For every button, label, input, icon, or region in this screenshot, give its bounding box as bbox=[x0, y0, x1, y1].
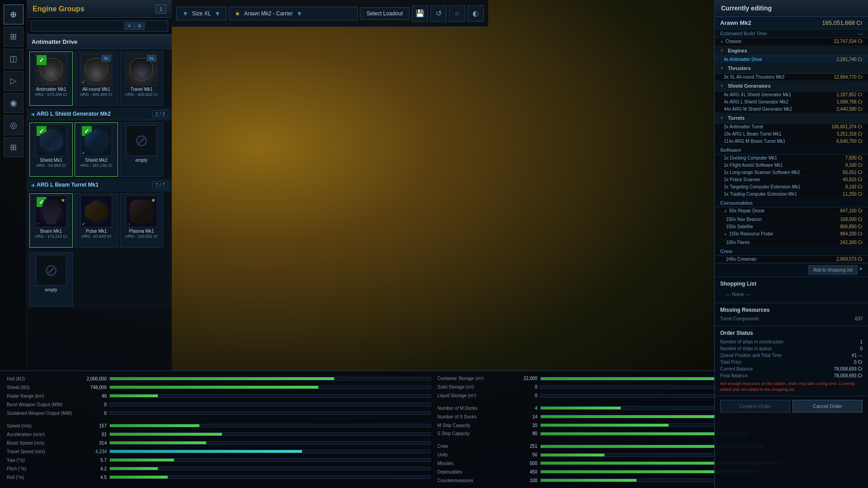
stat-label: Countermeasures bbox=[438, 478, 510, 483]
shield-empty-name: empty bbox=[135, 158, 147, 163]
stat-value: 251 bbox=[513, 444, 538, 449]
stat-row: Roll (°/s)4.5 bbox=[7, 473, 431, 481]
item-card-travel-mk1[interactable]: XL Travel Mk1 ARG - 420,610 Cr bbox=[120, 52, 163, 106]
add-shopping-btn[interactable]: Add to shopping list bbox=[808, 265, 858, 275]
plasma-mk1-name: Plasma Mk1 bbox=[129, 229, 154, 234]
shopping-expand-icon[interactable]: ▸ bbox=[860, 265, 863, 275]
stat-label: Acceleration (m/s²) bbox=[7, 432, 79, 437]
stat-label: Units bbox=[438, 452, 510, 457]
order-value-6: 78,058,693 Cr bbox=[834, 373, 863, 378]
pulse-mk1-img: ↙ ··· bbox=[80, 196, 112, 227]
pulse-mk1-name: Pulse Mk1 bbox=[86, 229, 107, 234]
pulse-mk1-price: ARG - 67,633 Cr bbox=[81, 234, 111, 239]
turrets-toggle[interactable]: + Turrets bbox=[715, 113, 868, 123]
item-card-allround-mk1[interactable]: XL ↙ All-round Mk1 ARG - 400,455 Cr bbox=[75, 52, 118, 106]
stat-bar-fill bbox=[110, 459, 174, 461]
shields-item-2: 4x ARG L Shield Generator Mk2 1,068,768 … bbox=[715, 99, 868, 106]
stat-row: Acceleration (m/s²)61 bbox=[7, 430, 431, 438]
size-dropdown[interactable]: ▼ Size XL ▼ bbox=[176, 7, 226, 20]
turrets-item-2-name: 19x ARG L Beam Turret Mk1 bbox=[724, 131, 781, 136]
beam-turret-group-header[interactable]: ◀ ARG L Beam Turret Mk1 7 / 7 bbox=[27, 179, 172, 191]
star-badge-beam: ★ bbox=[61, 197, 66, 203]
search-clear-btn[interactable]: ✕ bbox=[124, 22, 134, 30]
order-status-6: Final Balance 78,058,693 Cr bbox=[720, 372, 863, 379]
settings-icon-btn[interactable]: ◐ bbox=[467, 5, 484, 22]
shield-generator-title: ARG L Shield Generator Mk2 bbox=[37, 111, 152, 117]
build-time-value: --- bbox=[858, 31, 863, 36]
stat-label: Number of S Docks bbox=[438, 414, 510, 419]
sidebar-icon-circle[interactable]: ◉ bbox=[4, 93, 24, 113]
item-card-antimatter-mk1[interactable]: ✓ Antimatter Mk1 ARG - 570,435 Cr bbox=[29, 52, 73, 106]
arrow-badge-shield: ↙ bbox=[82, 150, 85, 155]
search-input[interactable] bbox=[34, 23, 124, 29]
sidebar-icon-grid[interactable]: ⊞ bbox=[4, 137, 24, 157]
ship-dropdown-arrow: ▼ bbox=[296, 10, 302, 17]
shields-plus-icon: + bbox=[720, 83, 723, 89]
confirm-order-btn[interactable]: Confirm Order bbox=[720, 400, 790, 413]
stat-bar-fill bbox=[110, 476, 168, 479]
order-label-4: Total Price bbox=[720, 360, 741, 365]
stat-label: Deployables bbox=[438, 469, 510, 474]
cons-item-4-name: 150x Resource Probe bbox=[729, 231, 840, 238]
order-status-3: Queue Position and Total Time #1 --- bbox=[720, 352, 863, 359]
xl-badge-1: XL bbox=[102, 55, 111, 61]
sw-item-2: 1x Flight Assist Software Mk1 9,100 Cr bbox=[715, 162, 868, 169]
right-panel: Currently editing Arawn Mk2 165,051,668 … bbox=[714, 0, 868, 488]
allround-mk1-name: All-round Mk1 bbox=[82, 87, 110, 92]
stat-value: 22,000 bbox=[513, 376, 538, 381]
order-status-1: Number of ships in construction 1 bbox=[720, 338, 863, 345]
item-card-shield-mk2[interactable]: ✓ ↙ Shield Mk2 ARG - 267,192 Cr bbox=[75, 122, 118, 177]
sidebar-icon-layers[interactable]: ◫ bbox=[4, 49, 24, 69]
reload-icon-btn[interactable]: ↺ bbox=[430, 5, 447, 22]
item-card-shield-mk1[interactable]: ✓ Shield Mk1 ARG - 54,963 Cr bbox=[29, 122, 73, 177]
sidebar-icon-crosshair[interactable]: ⊕ bbox=[4, 5, 24, 24]
thrusters-item-1-name: 3x XL All-round Thrusters Mk3 bbox=[724, 75, 784, 80]
sidebar-icon-target[interactable]: ◎ bbox=[4, 115, 24, 135]
shopping-btn-row: Add to shopping list ▸ bbox=[715, 263, 868, 277]
stat-label: Roll (°/s) bbox=[7, 475, 79, 480]
shields-toggle[interactable]: + Shield Generators bbox=[715, 81, 868, 91]
missing-resources-title: Missing Resources bbox=[720, 307, 863, 313]
shield-mk1-price: ARG - 54,963 Cr bbox=[36, 163, 66, 168]
shield-generator-group-header[interactable]: ◀ ARG L Shield Generator Mk2 2 / 2 bbox=[27, 108, 172, 120]
cancel-order-btn[interactable]: Cancel Order bbox=[793, 400, 863, 413]
item-card-turret-empty[interactable]: ⊘ empty bbox=[29, 252, 73, 306]
turrets-item-1-name: 2x Antimatter Turret bbox=[724, 124, 763, 129]
save-icon-btn[interactable]: 💾 bbox=[412, 5, 428, 22]
stat-label: Liquid Storage (m³) bbox=[438, 393, 510, 398]
missing-resource-1-name: Turret Components bbox=[720, 316, 759, 321]
turrets-item-2: 19x ARG L Beam Turret Mk1 3,251,318 Cr bbox=[715, 131, 868, 138]
turret-empty-name: empty bbox=[45, 287, 57, 293]
stat-value: 20 bbox=[513, 423, 538, 428]
sw-item-5-name: 1x Targeting Computer Extension Mk1 bbox=[724, 184, 800, 189]
circle-icon-btn[interactable]: ○ bbox=[449, 5, 465, 22]
shields-item-2-name: 4x ARG L Shield Generator Mk2 bbox=[724, 99, 788, 104]
engines-toggle[interactable]: + Engines bbox=[715, 46, 868, 56]
item-card-pulse-mk1[interactable]: ↙ ··· Pulse Mk1 ARG - 67,633 Cr bbox=[75, 193, 118, 248]
stat-row: Burst Weapon Output (MW)0 bbox=[7, 400, 431, 408]
beam-mk1-name: Beam Mk1 bbox=[40, 229, 62, 234]
order-value-4: 0 Cr bbox=[854, 360, 863, 365]
order-label-1: Number of ships in construction bbox=[720, 339, 783, 344]
item-card-shield-empty[interactable]: ⊘ empty bbox=[120, 122, 163, 177]
sw-item-3-name: 1x Long-range Scanner Software Mk2 bbox=[724, 170, 800, 175]
cons-item-2: 150x Nav Beacon 168,000 Cr bbox=[715, 216, 868, 223]
sidebar-icon-plus[interactable]: ⊞ bbox=[4, 27, 24, 47]
ship-name-display: ★ Arawn Mk2 - Carrier ▼ bbox=[229, 7, 358, 20]
action-btn-row: Confirm Order Cancel Order bbox=[715, 396, 868, 416]
cons-item-5: 100x Flares 242,300 Cr bbox=[715, 239, 868, 246]
tab-1[interactable]: 1 bbox=[156, 5, 166, 14]
sw-item-6: 1x Trading Computer Extension Mk1 11,250… bbox=[715, 191, 868, 198]
item-card-beam-mk1[interactable]: ✓ ★ ← Beam Mk1 ARG - 171,122 Cr bbox=[29, 193, 73, 248]
loadout-btn[interactable]: Select Loadout bbox=[360, 7, 410, 20]
order-status-section: Order Status Number of ships in construc… bbox=[715, 326, 868, 396]
build-time-label: Estimated Build Time bbox=[720, 31, 767, 36]
item-card-plasma-mk1[interactable]: ★ ·○ Plasma Mk1 ARG - 120,921 Cr bbox=[120, 193, 163, 248]
thrusters-toggle[interactable]: + Thrusters bbox=[715, 63, 868, 74]
stat-label: M Ship Capacity bbox=[438, 423, 510, 428]
sidebar-icon-arrow[interactable]: ▷ bbox=[4, 71, 24, 91]
shields-item-1-price: 1,187,852 Cr bbox=[836, 92, 863, 97]
search-settings-btn[interactable]: ⚙ bbox=[134, 22, 145, 30]
sw-item-2-price: 9,100 Cr bbox=[845, 163, 863, 168]
stat-label: Yaw (°/s) bbox=[7, 458, 79, 463]
